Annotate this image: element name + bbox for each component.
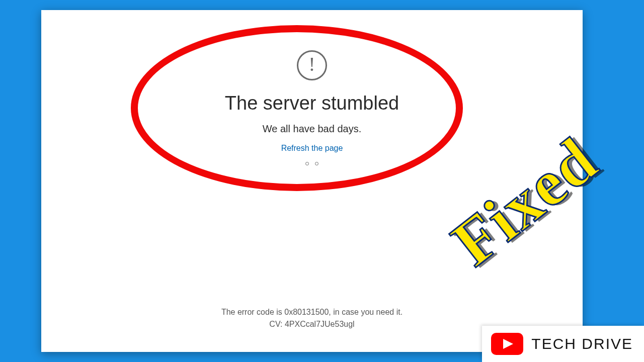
dot-icon — [315, 162, 318, 165]
dot-icon — [305, 162, 309, 165]
channel-watermark: TECH DRIVE — [482, 326, 644, 362]
refresh-link[interactable]: Refresh the page — [281, 144, 343, 153]
error-subtitle: We all have bad days. — [263, 123, 361, 135]
loading-dots — [305, 162, 318, 165]
error-code-text: The error code is 0x80131500, in case yo… — [41, 308, 583, 317]
exclamation-glyph: ! — [308, 54, 315, 74]
error-title: The server stumbled — [225, 93, 399, 114]
channel-name: TECH DRIVE — [531, 335, 633, 352]
error-panel: ! The server stumbled We all have bad da… — [41, 10, 583, 352]
error-content: ! The server stumbled We all have bad da… — [41, 50, 583, 165]
youtube-icon — [491, 333, 523, 355]
exclamation-circle-icon: ! — [297, 50, 327, 80]
